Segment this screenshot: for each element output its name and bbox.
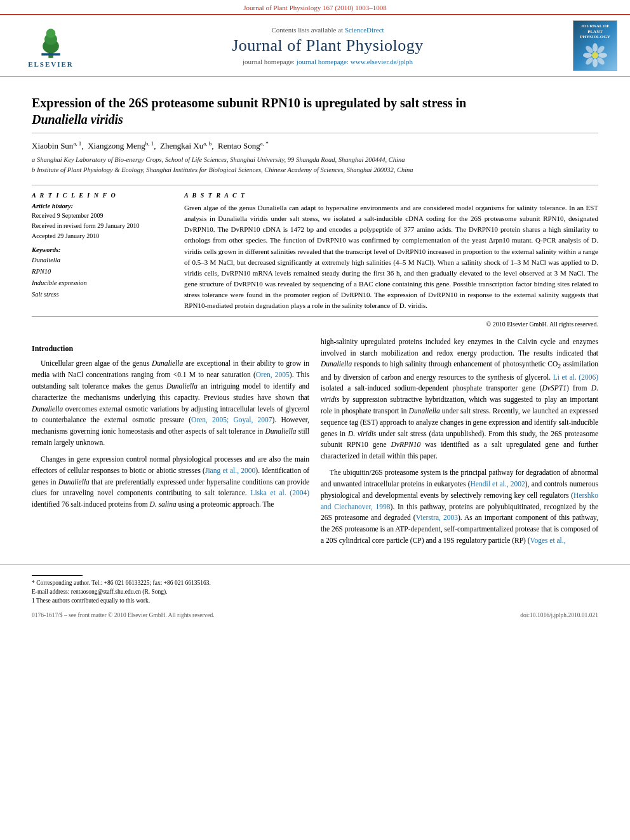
- article-history: Article history: Received 9 September 20…: [32, 203, 171, 241]
- footnote-email: E-mail address: rentaosong@staff.shu.edu…: [32, 587, 598, 596]
- body-right-col: high-salinity upregulated proteins inclu…: [321, 337, 598, 552]
- abstract-text: Green algae of the genus Dunaliella can …: [184, 203, 598, 310]
- footnote-corresponding: * Corresponding author. Tel.: +86 021 66…: [32, 578, 598, 587]
- journal-cover-image: JOURNAL OFPLANTPHYSIOLOGY: [573, 20, 617, 71]
- body-content: Introduction Unicellular green algae of …: [32, 337, 598, 552]
- abstract-header: A B S T R A C T: [184, 192, 598, 199]
- journal-bar: Journal of Plant Physiology 167 (2010) 1…: [0, 0, 630, 15]
- authors-line: Xiaobin Suna, 1, Xiangzong Mengb, 1, Zhe…: [32, 140, 598, 152]
- svg-point-5: [592, 52, 598, 58]
- article-title: Expression of the 26S proteasome subunit…: [32, 95, 598, 128]
- body-left-col: Introduction Unicellular green algae of …: [32, 337, 309, 552]
- body-right-p2: The ubiquitin/26S proteasome system is t…: [321, 467, 598, 547]
- article-info-abstract-section: A R T I C L E I N F O Article history: R…: [32, 185, 598, 310]
- footer-doi: doi:10.1016/j.jplph.2010.01.021: [520, 612, 598, 618]
- authors-section: Xiaobin Suna, 1, Xiangzong Mengb, 1, Zhe…: [32, 133, 598, 178]
- received-date: Received 9 September 2009: [32, 211, 171, 221]
- article-info-column: A R T I C L E I N F O Article history: R…: [32, 192, 171, 310]
- publisher-logo: ELSEVIER: [13, 24, 89, 68]
- revised-date: Received in revised form 29 January 2010: [32, 221, 171, 231]
- svg-point-8: [583, 53, 592, 58]
- journal-homepage: journal homepage: journal homepage: www.…: [89, 58, 566, 65]
- elsevier-logo: ELSEVIER: [28, 24, 74, 68]
- journal-cover-area: JOURNAL OFPLANTPHYSIOLOGY: [566, 20, 617, 71]
- footnote-separator: [32, 575, 83, 576]
- footnote-equal-contrib: 1 These authors contributed equally to t…: [32, 596, 598, 605]
- cover-flower-icon: [582, 43, 608, 68]
- keywords-group: Keywords: Dunaliella RPN10 Inducible exp…: [32, 246, 171, 300]
- affiliations: a Shanghai Key Laboratory of Bio-energy …: [32, 155, 598, 175]
- copyright-line: © 2010 Elsevier GmbH. All rights reserve…: [32, 316, 598, 328]
- footer-issn: 0176-1617/$ – see front matter © 2010 El…: [32, 612, 215, 618]
- intro-para-2: Changes in gene expression control norma…: [32, 454, 309, 510]
- header-center: Contents lists available at ScienceDirec…: [89, 26, 566, 65]
- footer-bottom: 0176-1617/$ – see front matter © 2010 El…: [0, 610, 630, 621]
- article-title-section: Expression of the 26S proteasome subunit…: [32, 84, 598, 133]
- svg-point-7: [593, 58, 598, 67]
- intro-para-1: Unicellular green algae of the genus Dun…: [32, 358, 309, 449]
- intro-heading: Introduction: [32, 343, 309, 355]
- svg-rect-4: [41, 53, 60, 55]
- page-header: ELSEVIER Contents lists available at Sci…: [0, 15, 630, 77]
- footnotes-section: * Corresponding author. Tel.: +86 021 66…: [0, 564, 630, 610]
- body-right-p1: high-salinity upregulated proteins inclu…: [321, 337, 598, 462]
- svg-point-6: [593, 43, 598, 52]
- journal-title: Journal of Plant Physiology: [89, 36, 566, 55]
- sciencedirect-line: Contents lists available at ScienceDirec…: [89, 26, 566, 34]
- article-info-header: A R T I C L E I N F O: [32, 192, 171, 199]
- abstract-column: A B S T R A C T Green algae of the genus…: [184, 192, 598, 310]
- elsevier-label: ELSEVIER: [28, 60, 74, 68]
- keyword-1: Dunaliella RPN10 Inducible expression Sa…: [32, 255, 171, 300]
- main-content: Expression of the 26S proteasome subunit…: [0, 77, 630, 564]
- accepted-date: Accepted 29 January 2010: [32, 231, 171, 241]
- svg-point-3: [46, 29, 56, 38]
- elsevier-tree-icon: [32, 24, 70, 59]
- svg-point-9: [598, 53, 607, 58]
